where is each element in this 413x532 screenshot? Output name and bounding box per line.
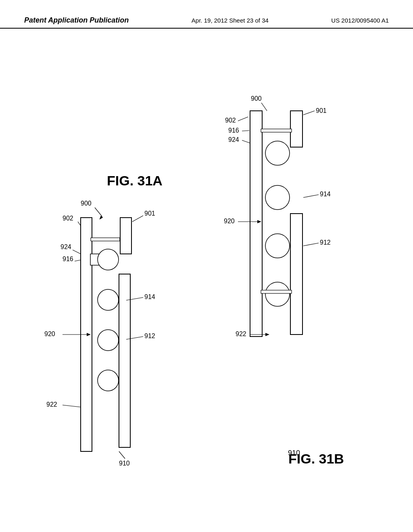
fig31a-strip bbox=[91, 238, 120, 241]
fig31a-label-901: 901 bbox=[144, 210, 155, 217]
fig31a-leader-916 bbox=[75, 260, 81, 261]
fig31b-label-900: 900 bbox=[251, 95, 262, 102]
fig31b-ball-2 bbox=[265, 185, 290, 210]
fig31b-board-901 bbox=[290, 111, 302, 147]
fig31b-label-922: 922 bbox=[236, 330, 246, 337]
fig31b-pad-912b bbox=[261, 290, 292, 293]
fig31b-leader-902 bbox=[238, 117, 248, 121]
fig31a-leader-922 bbox=[63, 405, 81, 407]
fig31a-label-924: 924 bbox=[60, 243, 71, 250]
fig31a-label-900: 900 bbox=[81, 200, 92, 207]
patent-number-label: US 2012/0095400 A1 bbox=[331, 17, 389, 24]
fig31b-label-920: 920 bbox=[224, 218, 235, 224]
fig31b-leader-912 bbox=[303, 243, 319, 246]
fig31b-leader-924 bbox=[242, 140, 250, 143]
fig31a-label-920: 920 bbox=[44, 330, 55, 337]
fig31a-board-901 bbox=[120, 218, 131, 254]
fig31a-ball-low bbox=[98, 330, 119, 351]
fig31a-ball-bottom bbox=[98, 370, 119, 391]
fig31a-leader-900 bbox=[95, 208, 102, 216]
fig31b-leader-900 bbox=[261, 103, 267, 111]
fig31b-leader-901 bbox=[303, 111, 315, 115]
fig31b-label-902: 902 bbox=[225, 117, 236, 124]
fig31b-ball-4 bbox=[265, 282, 290, 306]
fig31b-ball-1 bbox=[265, 141, 290, 165]
fig31a-label-912: 912 bbox=[144, 332, 155, 339]
fig31a-label: FIG. 31A bbox=[107, 173, 163, 188]
fig31b-ball-3 bbox=[265, 234, 290, 258]
fig31a-label-916: 916 bbox=[63, 256, 73, 262]
fig31a-ball-mid bbox=[98, 289, 119, 310]
fig31b-label-916: 916 bbox=[228, 127, 239, 134]
fig31a-ball-top bbox=[98, 249, 119, 270]
fig31a-leader-924 bbox=[73, 250, 81, 254]
fig31b-label-901: 901 bbox=[316, 107, 327, 114]
patent-diagram: FIG. 31A bbox=[0, 40, 413, 532]
fig31b-label-914: 914 bbox=[320, 191, 331, 197]
page-header: Patent Application Publication Apr. 19, … bbox=[0, 16, 413, 29]
fig31b-board-910 bbox=[290, 214, 302, 335]
fig31b-leader-914 bbox=[303, 195, 319, 197]
fig31a-arrow-900 bbox=[100, 216, 102, 219]
page: Patent Application Publication Apr. 19, … bbox=[0, 0, 413, 532]
publication-label: Patent Application Publication bbox=[24, 16, 129, 25]
fig31b-board-902 bbox=[250, 111, 262, 337]
fig31a-label-902: 902 bbox=[63, 215, 73, 222]
fig31b-910-near-label: 910 bbox=[288, 449, 300, 457]
fig31b-leader-916 bbox=[242, 131, 249, 131]
fig31a-leader-901 bbox=[132, 216, 143, 222]
diagram-area: FIG. 31A bbox=[0, 40, 413, 532]
date-sheet-label: Apr. 19, 2012 Sheet 23 of 34 bbox=[192, 17, 269, 24]
fig31a-leader-910 bbox=[119, 451, 125, 459]
fig31a-label-914: 914 bbox=[144, 293, 155, 300]
fig31b-arrow-922 bbox=[265, 333, 269, 336]
fig31b-strip-916 bbox=[261, 129, 292, 132]
fig31a-label-922: 922 bbox=[46, 401, 57, 408]
fig31a-leader-902 bbox=[78, 222, 81, 226]
fig31b-label-924: 924 bbox=[228, 136, 239, 143]
fig31a-label-910: 910 bbox=[119, 460, 130, 467]
fig31b-label-912: 912 bbox=[320, 239, 331, 246]
